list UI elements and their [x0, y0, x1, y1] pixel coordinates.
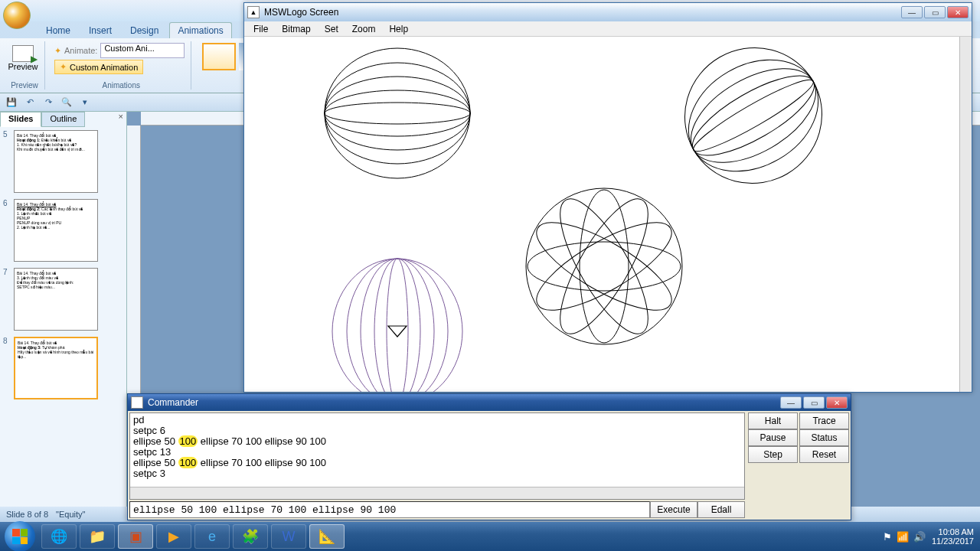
taskbar-powerpoint[interactable]: ▣ — [118, 524, 153, 549]
system-tray: ⚑ 📶 🔊 10:08 AM 11/23/2017 — [877, 527, 980, 546]
drawing-flower — [520, 182, 688, 350]
animate-icon: ✦ — [54, 46, 61, 56]
menu-help[interactable]: Help — [383, 22, 414, 36]
tab-home[interactable]: Home — [38, 23, 78, 38]
start-button[interactable] — [5, 521, 35, 551]
mswlogo-window: ▲ MSWLogo Screen — ▭ ✕ File Bitmap Set Z… — [243, 2, 972, 393]
status-button[interactable]: Status — [799, 429, 849, 446]
svg-point-14 — [544, 187, 663, 344]
slide-number: 8 — [3, 337, 11, 399]
svg-point-16 — [526, 188, 682, 344]
tab-design[interactable]: Design — [122, 23, 166, 38]
mswlogo-titlebar[interactable]: ▲ MSWLogo Screen — ▭ ✕ — [244, 3, 972, 21]
slide-item[interactable]: 6 Bài 14. Thay đổi bút vẽHoạt động 2: Cá… — [3, 199, 123, 262]
preview-button[interactable]: Preview — [8, 41, 38, 75]
menu-zoom[interactable]: Zoom — [346, 22, 382, 36]
undo-icon[interactable]: ↶ — [23, 96, 37, 109]
custom-animation-button[interactable]: ✦ Custom Animation — [54, 60, 143, 74]
slide-indicator: Slide 8 of 8 — [6, 510, 48, 519]
taskbar: 🌐 📁 ▣ ▶ e 🧩 W 📐 ⚑ 📶 🔊 10:08 AM 11/23/201… — [0, 522, 980, 551]
menu-file[interactable]: File — [247, 22, 274, 36]
office-button[interactable] — [3, 2, 31, 29]
preview-icon — [12, 45, 34, 62]
commander-buttons: Halt Trace Pause Status Step Reset — [746, 411, 851, 520]
minimize-button[interactable]: — — [901, 6, 923, 18]
slide-list[interactable]: 5 Bài 14. Thay đổi bút vẽHoạt động 1: Đi… — [0, 127, 126, 510]
history-scrollbar[interactable] — [130, 487, 744, 499]
svg-point-19 — [332, 259, 462, 392]
redo-icon[interactable]: ↷ — [41, 96, 55, 109]
group-label-animations: Animations — [51, 81, 191, 90]
taskbar-app[interactable]: 🧩 — [233, 524, 268, 549]
slide-item[interactable]: 7 Bài 14. Thay đổi bút vẽ3. Lệnh thay đổ… — [3, 268, 123, 331]
svg-point-12 — [544, 187, 663, 344]
svg-point-10 — [528, 242, 681, 291]
print-preview-icon[interactable]: 🔍 — [60, 96, 74, 109]
outline-tab[interactable]: Outline — [41, 112, 85, 127]
mswlogo-menubar: File Bitmap Set Zoom Help — [244, 21, 972, 37]
slide-thumbnail[interactable]: Bài 14. Thay đổi bút vẽHoạt động 3: Tự k… — [14, 337, 98, 399]
maximize-button[interactable]: ▭ — [803, 396, 825, 409]
turtle-icon — [388, 326, 407, 337]
taskbar-chrome[interactable]: 🌐 — [41, 524, 77, 549]
slide-thumbnail[interactable]: Bài 14. Thay đổi bút vẽ3. Lệnh thay đổi … — [14, 268, 98, 331]
panel-close-icon[interactable]: × — [116, 112, 126, 127]
svg-point-2 — [325, 48, 470, 178]
edall-button[interactable]: Edall — [697, 501, 745, 518]
slides-tab[interactable]: Slides — [0, 112, 41, 127]
svg-point-3 — [325, 90, 470, 136]
slide-thumbnail[interactable]: Bài 14. Thay đổi bút vẽHoạt động 2: Các … — [14, 199, 98, 262]
clock-time: 10:08 AM — [932, 527, 974, 536]
taskbar-ie[interactable]: e — [194, 524, 230, 549]
animate-select[interactable]: Custom Ani... — [100, 43, 185, 58]
trace-button[interactable]: Trace — [799, 412, 849, 429]
scrollbar-vertical[interactable] — [959, 37, 972, 392]
tab-insert[interactable]: Insert — [81, 23, 119, 38]
drawing-sphere-vertical — [321, 255, 474, 392]
svg-point-21 — [387, 259, 408, 392]
step-button[interactable]: Step — [748, 446, 798, 463]
commander-window: Commander — ▭ ✕ pd setpc 6 ellipse 50 10… — [127, 393, 851, 520]
history-text: pd setpc 6 ellipse 50 100 ellipse 70 100… — [130, 413, 744, 487]
taskbar-mswlogo[interactable]: 📐 — [309, 524, 345, 549]
close-button[interactable]: ✕ — [826, 396, 848, 409]
commander-titlebar[interactable]: Commander — ▭ ✕ — [128, 394, 851, 411]
windows-icon — [12, 529, 28, 544]
clock[interactable]: 10:08 AM 11/23/2017 — [932, 527, 974, 546]
group-preview: Preview Preview — [5, 41, 45, 90]
taskbar-media[interactable]: ▶ — [156, 524, 191, 549]
execute-button[interactable]: Execute — [650, 501, 697, 518]
svg-point-20 — [374, 259, 420, 392]
close-button[interactable]: ✕ — [947, 6, 969, 18]
menu-bitmap[interactable]: Bitmap — [276, 22, 316, 36]
svg-point-0 — [325, 77, 470, 150]
commander-title: Commander — [148, 397, 198, 408]
tray-network-icon[interactable]: 📶 — [897, 531, 909, 543]
command-input[interactable] — [129, 501, 650, 518]
reset-button[interactable]: Reset — [799, 446, 849, 463]
tray-flag-icon[interactable]: ⚑ — [883, 531, 892, 543]
slide-item[interactable]: 5 Bài 14. Thay đổi bút vẽHoạt động 1: Đi… — [3, 130, 123, 193]
slides-panel: Slides Outline × 5 Bài 14. Thay đổi bút … — [0, 112, 127, 510]
slide-item[interactable]: 8 Bài 14. Thay đổi bút vẽHoạt động 3: Tự… — [3, 337, 123, 399]
svg-point-13 — [580, 190, 629, 343]
transition-thumb-1[interactable] — [202, 43, 236, 70]
maximize-button[interactable]: ▭ — [924, 6, 946, 18]
tray-volume-icon[interactable]: 🔊 — [913, 531, 926, 543]
minimize-button[interactable]: — — [780, 396, 802, 409]
save-icon[interactable]: 💾 — [5, 96, 18, 109]
menu-set[interactable]: Set — [318, 22, 345, 36]
taskbar-word[interactable]: W — [271, 524, 306, 549]
drawing-sphere-horizontal — [321, 44, 474, 182]
pause-button[interactable]: Pause — [748, 429, 798, 446]
taskbar-explorer[interactable]: 📁 — [80, 524, 115, 549]
tab-animations[interactable]: Animations — [169, 22, 231, 38]
star-icon: ✦ — [60, 62, 67, 72]
theme-indicator: "Equity" — [56, 510, 85, 519]
slide-thumbnail[interactable]: Bài 14. Thay đổi bút vẽHoạt động 1: Điều… — [14, 130, 98, 193]
qat-more-icon[interactable]: ▾ — [78, 96, 92, 109]
halt-button[interactable]: Halt — [748, 412, 798, 429]
history-box[interactable]: pd setpc 6 ellipse 50 100 ellipse 70 100… — [129, 412, 745, 500]
mswlogo-canvas[interactable] — [244, 37, 972, 392]
clock-date: 11/23/2017 — [932, 536, 974, 546]
